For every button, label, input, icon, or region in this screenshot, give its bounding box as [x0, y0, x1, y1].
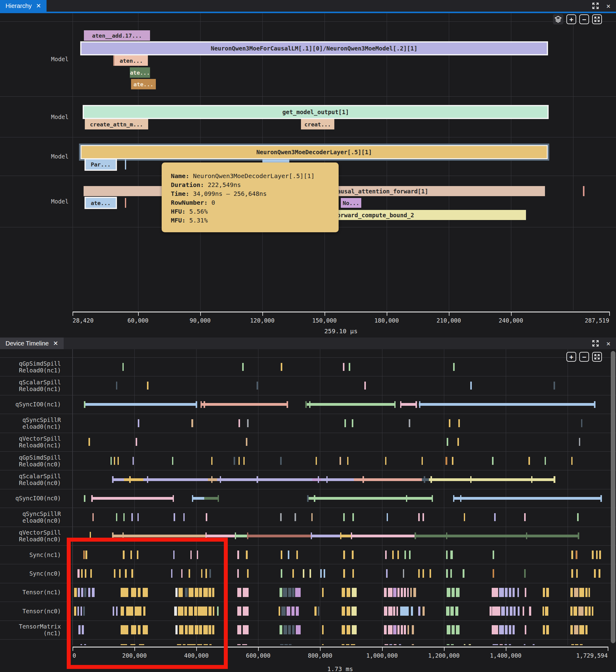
device-segment[interactable]: [84, 495, 85, 502]
device-segment[interactable]: [404, 588, 406, 597]
device-segment[interactable]: [384, 625, 387, 634]
device-segment[interactable]: [446, 532, 447, 539]
device-segment[interactable]: [321, 478, 354, 481]
device-segment[interactable]: [292, 588, 295, 597]
device-segment[interactable]: [342, 607, 345, 616]
device-segment[interactable]: [423, 569, 424, 578]
device-segment[interactable]: [385, 457, 387, 465]
device-segment[interactable]: [279, 625, 282, 634]
device-segment[interactable]: [599, 569, 600, 578]
device-segment[interactable]: [456, 625, 460, 634]
device-segment[interactable]: [122, 363, 124, 371]
device-segment[interactable]: [525, 625, 526, 634]
device-segment[interactable]: [505, 625, 508, 634]
device-segment[interactable]: [238, 457, 240, 465]
device-segment[interactable]: [204, 497, 218, 500]
device-segment[interactable]: [447, 438, 448, 446]
device-segment[interactable]: [456, 588, 460, 597]
device-segment[interactable]: [588, 588, 590, 597]
device-segment[interactable]: [91, 495, 92, 502]
device-segment[interactable]: [393, 588, 396, 597]
device-segment[interactable]: [450, 607, 454, 616]
device-segment[interactable]: [392, 551, 394, 559]
device-segment[interactable]: [525, 588, 526, 597]
device-segment[interactable]: [349, 363, 350, 371]
device-segment[interactable]: [457, 438, 459, 446]
device-segment[interactable]: [446, 551, 448, 559]
device-segment[interactable]: [492, 625, 498, 634]
zoom-in-button[interactable]: +: [566, 14, 576, 24]
device-segment[interactable]: [208, 478, 217, 481]
device-segment[interactable]: [343, 513, 345, 521]
device-segment[interactable]: [353, 513, 354, 521]
device-segment[interactable]: [310, 569, 311, 578]
zoom-fit-button[interactable]: [592, 352, 602, 362]
device-segment[interactable]: [415, 532, 416, 539]
device-segment[interactable]: [112, 535, 206, 537]
device-segment[interactable]: [600, 495, 602, 502]
device-segment[interactable]: [594, 569, 596, 578]
device-segment[interactable]: [408, 625, 409, 634]
device-segment[interactable]: [322, 625, 324, 634]
device-segment[interactable]: [116, 513, 117, 521]
device-segment[interactable]: [543, 625, 545, 634]
device-segment[interactable]: [579, 625, 584, 634]
device-segment[interactable]: [574, 588, 578, 597]
device-segment[interactable]: [242, 363, 244, 371]
device-segment[interactable]: [397, 607, 398, 616]
zoom-out-button[interactable]: −: [579, 14, 589, 24]
device-segment[interactable]: [283, 625, 287, 634]
hierarchy-bar[interactable]: NeuronQwen3MoeForCausalLM[.1][0]/NeuronQ…: [81, 43, 547, 54]
device-segment[interactable]: [281, 551, 282, 559]
device-segment[interactable]: [460, 495, 461, 502]
device-segment[interactable]: [592, 607, 593, 616]
hierarchy-bar[interactable]: NeuronQwen3MoeDecoderLayer[.5][1]: [81, 146, 547, 158]
device-segment[interactable]: [453, 495, 454, 502]
device-segment[interactable]: [388, 588, 393, 597]
panel-close-icon[interactable]: ✕: [604, 339, 612, 347]
device-segment[interactable]: [340, 457, 341, 465]
device-segment[interactable]: [131, 513, 132, 521]
device-segment[interactable]: [341, 535, 352, 537]
device-segment[interactable]: [492, 588, 498, 597]
device-segment[interactable]: [256, 382, 258, 390]
device-segment[interactable]: [243, 625, 248, 634]
device-segment[interactable]: [347, 625, 350, 634]
device-segment[interactable]: [248, 535, 312, 537]
device-segment[interactable]: [352, 588, 357, 597]
device-segment[interactable]: [192, 495, 193, 502]
device-segment[interactable]: [243, 588, 248, 597]
device-segment[interactable]: [470, 382, 472, 390]
device-segment[interactable]: [446, 457, 447, 465]
device-segment[interactable]: [84, 401, 85, 408]
device-segment[interactable]: [423, 607, 425, 616]
device-segment[interactable]: [570, 625, 573, 634]
hierarchy-bar[interactable]: [125, 198, 126, 208]
device-segment[interactable]: [296, 625, 300, 634]
device-segment[interactable]: [311, 532, 312, 539]
zoom-out-button[interactable]: −: [579, 352, 589, 362]
device-segment[interactable]: [424, 476, 425, 483]
device-segment[interactable]: [546, 625, 549, 634]
device-segment[interactable]: [288, 588, 291, 597]
device-segment[interactable]: [200, 401, 202, 408]
device-segment[interactable]: [233, 457, 235, 465]
device-segment[interactable]: [327, 476, 328, 483]
tab-device-timeline[interactable]: Device Timeline ✕: [0, 338, 64, 349]
device-segment[interactable]: [388, 607, 393, 616]
device-segment[interactable]: [409, 419, 410, 427]
device-segment[interactable]: [353, 569, 354, 578]
hierarchy-bar[interactable]: ate...: [86, 198, 116, 208]
device-segment[interactable]: [452, 588, 455, 597]
device-segment[interactable]: [406, 495, 407, 502]
device-segment[interactable]: [554, 476, 555, 483]
device-segment[interactable]: [312, 513, 313, 521]
device-segment[interactable]: [409, 551, 411, 559]
device-segment[interactable]: [510, 607, 513, 616]
device-segment[interactable]: [447, 588, 450, 597]
device-segment[interactable]: [196, 401, 197, 408]
device-segment[interactable]: [281, 569, 282, 578]
device-segment[interactable]: [579, 438, 581, 446]
device-segment[interactable]: [281, 363, 282, 371]
device-segment[interactable]: [220, 476, 221, 483]
